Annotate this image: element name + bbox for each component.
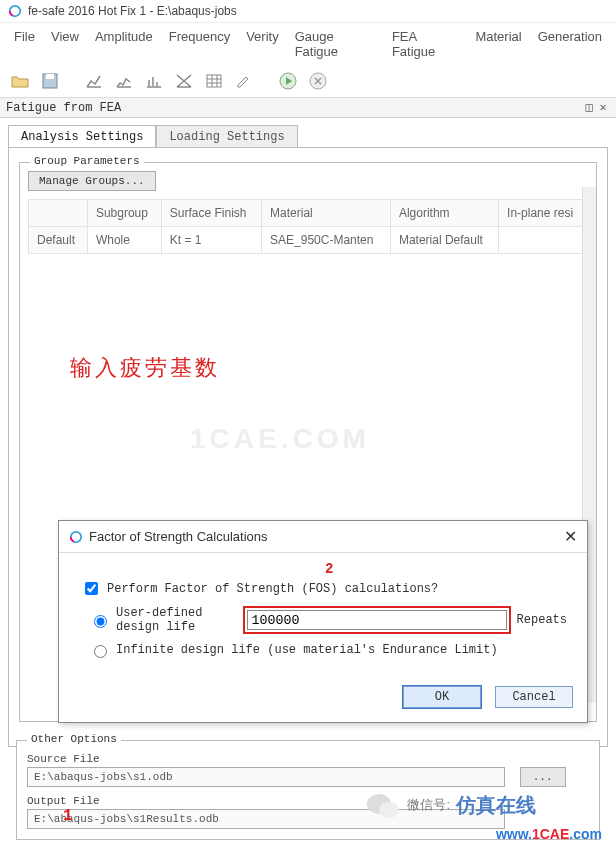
dialog-titlebar: Factor of Strength Calculations ✕ (59, 521, 587, 553)
table-icon[interactable] (202, 69, 226, 93)
source-file-browse-button[interactable]: ... (520, 767, 566, 787)
window-titlebar: fe-safe 2016 Hot Fix 1 - E:\abaqus-jobs (0, 0, 616, 23)
annotation-number-1: 1 (63, 807, 73, 825)
ok-button[interactable]: OK (403, 686, 481, 708)
menu-amplitude[interactable]: Amplitude (95, 29, 153, 59)
chart4-icon[interactable] (172, 69, 196, 93)
group-parameters-table[interactable]: Subgroup Surface Finish Material Algorit… (28, 199, 588, 254)
svg-rect-3 (46, 74, 54, 79)
app-icon (8, 4, 22, 18)
open-icon[interactable] (8, 69, 32, 93)
window-title: fe-safe 2016 Hot Fix 1 - E:\abaqus-jobs (28, 4, 237, 18)
menubar: File View Amplitude Frequency Verity Gau… (0, 23, 616, 67)
wechat-icon (365, 790, 401, 820)
annotation-number-2: 2 (325, 561, 333, 577)
cancel-button[interactable]: Cancel (495, 686, 573, 708)
col-inplane: In-plane resi (499, 200, 588, 227)
cell-subgroup[interactable]: Whole (87, 227, 161, 254)
edit-icon[interactable] (232, 69, 256, 93)
tab-analysis-settings[interactable]: Analysis Settings (8, 125, 156, 148)
manage-groups-button[interactable]: Manage Groups... (28, 171, 156, 191)
cell-material[interactable]: SAE_950C-Manten (262, 227, 391, 254)
svg-point-10 (379, 802, 399, 818)
col-algorithm: Algorithm (390, 200, 498, 227)
other-options-title: Other Options (27, 733, 121, 745)
tab-loading-settings[interactable]: Loading Settings (156, 125, 297, 148)
play-icon[interactable] (276, 69, 300, 93)
col-material: Material (262, 200, 391, 227)
dialog-title-text: Factor of Strength Calculations (89, 529, 267, 544)
menu-gauge-fatigue[interactable]: Gauge Fatigue (295, 29, 376, 59)
annotation-input-fatigue-base: 输入疲劳基数 (70, 353, 220, 383)
dock-title: Fatigue from FEA (6, 101, 121, 115)
table-row[interactable]: Default Whole Kt = 1 SAE_950C-Manten Mat… (29, 227, 588, 254)
user-defined-life-radio[interactable] (94, 615, 107, 628)
col-blank (29, 200, 88, 227)
stop-icon[interactable] (306, 69, 330, 93)
row-header: Default (29, 227, 88, 254)
dock-pin-icon[interactable]: ◫ (582, 100, 596, 115)
group-parameters-title: Group Parameters (30, 155, 144, 167)
menu-generation[interactable]: Generation (538, 29, 602, 59)
dock-header: Fatigue from FEA ◫ ✕ (0, 98, 616, 118)
infinite-life-radio[interactable] (94, 645, 107, 658)
cell-inplane[interactable] (499, 227, 588, 254)
chart2-icon[interactable] (112, 69, 136, 93)
source-file-field[interactable]: E:\abaqus-jobs\s1.odb (27, 767, 505, 787)
toolbar (0, 67, 616, 98)
user-defined-life-label: User-defined design life (116, 606, 237, 634)
dock-close-icon[interactable]: ✕ (596, 100, 610, 115)
col-subgroup: Subgroup (87, 200, 161, 227)
svg-rect-4 (207, 75, 221, 87)
dialog-app-icon (69, 530, 83, 544)
repeats-label: Repeats (517, 613, 567, 627)
infinite-life-label: Infinite design life (use material's End… (116, 643, 498, 657)
dialog-close-button[interactable]: ✕ (564, 527, 577, 546)
menu-verity[interactable]: Verity (246, 29, 279, 59)
perform-fos-checkbox[interactable] (85, 582, 98, 595)
menu-file[interactable]: File (14, 29, 35, 59)
source-file-label: Source File (27, 753, 589, 765)
design-life-redbox (243, 606, 511, 634)
menu-view[interactable]: View (51, 29, 79, 59)
tab-strip: Analysis Settings Loading Settings (8, 124, 616, 147)
menu-fea-fatigue[interactable]: FEA Fatigue (392, 29, 460, 59)
col-surface-finish: Surface Finish (161, 200, 261, 227)
brand-watermark: www.1CAE.com (496, 826, 602, 842)
watermark-1cae: 1CAE.COM (190, 423, 370, 455)
menu-material[interactable]: Material (475, 29, 521, 59)
cell-surface-finish[interactable]: Kt = 1 (161, 227, 261, 254)
chart3-icon[interactable] (142, 69, 166, 93)
menu-frequency[interactable]: Frequency (169, 29, 230, 59)
wechat-label: 微信号: (407, 796, 450, 814)
cell-algorithm[interactable]: Material Default (390, 227, 498, 254)
perform-fos-label: Perform Factor of Strength (FOS) calcula… (107, 582, 438, 596)
wechat-name-cn: 仿真在线 (456, 792, 536, 819)
design-life-input[interactable] (247, 610, 507, 630)
save-icon[interactable] (38, 69, 62, 93)
wechat-overlay: 微信号: 仿真在线 (365, 790, 536, 820)
fos-dialog: Factor of Strength Calculations ✕ Perfor… (58, 520, 588, 723)
chart1-icon[interactable] (82, 69, 106, 93)
